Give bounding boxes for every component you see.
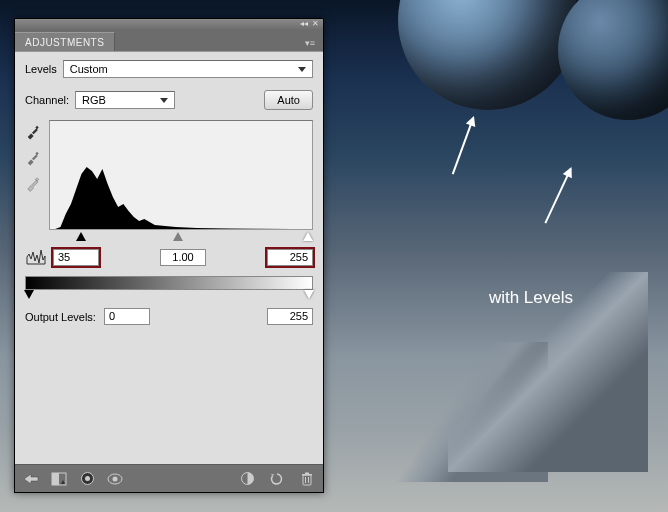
- output-shadow-field[interactable]: 0: [104, 308, 150, 325]
- svg-point-5: [113, 476, 118, 481]
- output-row: Output Levels: 0 255: [25, 308, 313, 325]
- panel-footer: [15, 464, 323, 492]
- close-icon[interactable]: ✕: [312, 20, 319, 28]
- input-shadow-slider[interactable]: [76, 232, 86, 241]
- preset-value: Custom: [70, 63, 108, 75]
- new-adjustment-icon[interactable]: [49, 470, 69, 488]
- panel-topbar: ◂◂ ✕: [15, 19, 323, 29]
- back-icon[interactable]: [21, 470, 41, 488]
- output-label: Output Levels:: [25, 311, 96, 323]
- preset-dropdown[interactable]: Custom: [63, 60, 313, 78]
- toggle-visibility-icon[interactable]: [105, 470, 125, 488]
- output-highlight-slider[interactable]: [304, 290, 314, 299]
- output-shadow-slider[interactable]: [24, 290, 34, 299]
- svg-rect-9: [305, 472, 309, 474]
- svg-point-3: [85, 476, 90, 481]
- levels-label: Levels: [25, 63, 57, 75]
- clip-histogram-icon[interactable]: [25, 248, 47, 266]
- background-mountains: [288, 252, 668, 512]
- input-highlight-slider[interactable]: [303, 232, 313, 241]
- channel-dropdown[interactable]: RGB: [75, 91, 175, 109]
- panel-body: Levels Custom Channel: RGB Auto: [15, 51, 323, 465]
- histogram[interactable]: [49, 120, 313, 230]
- channel-value: RGB: [82, 94, 106, 106]
- input-mid-field[interactable]: 1.00: [160, 249, 206, 266]
- svg-rect-7: [303, 475, 311, 485]
- background-planet-large: [398, 0, 578, 110]
- eyedropper-gray-icon[interactable]: [25, 150, 43, 168]
- reset-icon[interactable]: [267, 470, 287, 488]
- clip-to-layer-icon[interactable]: [237, 470, 257, 488]
- svg-rect-8: [302, 474, 312, 476]
- auto-button[interactable]: Auto: [264, 90, 313, 110]
- trash-icon[interactable]: [297, 470, 317, 488]
- view-previous-icon[interactable]: [77, 470, 97, 488]
- eyedropper-black-icon[interactable]: [25, 124, 43, 142]
- panel-menu-icon[interactable]: ▾≡: [297, 35, 323, 51]
- annotation-arrow-2: [544, 168, 571, 223]
- background-planet-small: [558, 0, 668, 120]
- collapse-icon[interactable]: ◂◂: [300, 20, 308, 28]
- annotation-text: with Levels: [489, 288, 573, 308]
- input-values-row: 35 1.00 255: [25, 248, 313, 266]
- channel-label: Channel:: [25, 94, 69, 106]
- input-mid-slider[interactable]: [173, 232, 183, 241]
- output-highlight-field[interactable]: 255: [267, 308, 313, 325]
- input-slider-track[interactable]: [53, 232, 313, 242]
- svg-rect-1: [52, 473, 59, 485]
- channel-row: Channel: RGB Auto: [25, 90, 313, 110]
- histogram-area: [25, 120, 313, 230]
- annotation-arrow-1: [452, 117, 474, 174]
- preset-row: Levels Custom: [25, 60, 313, 78]
- input-highlight-field[interactable]: 255: [267, 249, 313, 266]
- output-gradient[interactable]: [25, 276, 313, 290]
- input-shadow-field[interactable]: 35: [53, 249, 99, 266]
- eyedropper-white-icon[interactable]: [25, 176, 43, 194]
- panel-tabs: ADJUSTMENTS ▾≡: [15, 29, 323, 51]
- eyedroppers: [25, 120, 43, 230]
- adjustments-panel: ◂◂ ✕ ADJUSTMENTS ▾≡ Levels Custom Channe…: [14, 18, 324, 493]
- tab-adjustments[interactable]: ADJUSTMENTS: [15, 32, 115, 51]
